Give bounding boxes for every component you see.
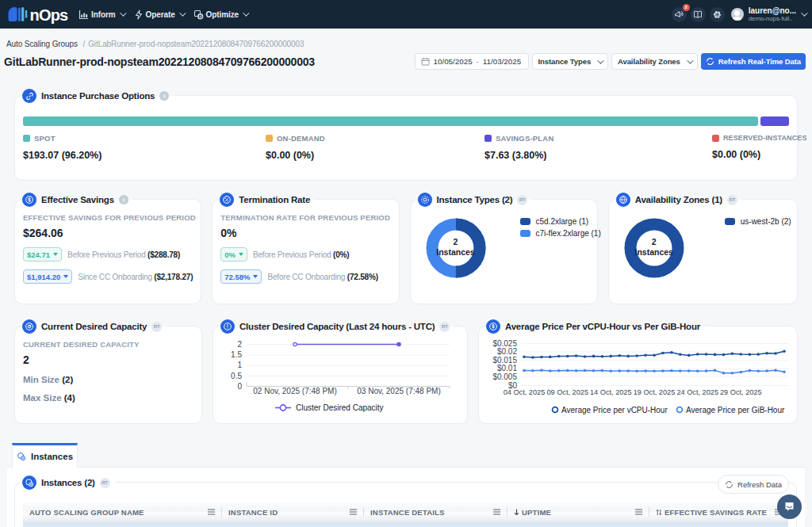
svg-text:$0.025: $0.025 (492, 339, 517, 348)
svg-text:2: 2 (237, 340, 242, 349)
svg-text:$0.02: $0.02 (497, 347, 517, 356)
svg-text:09 Oct, 2025: 09 Oct, 2025 (546, 388, 588, 396)
svg-text:0.5: 0.5 (231, 372, 242, 380)
svg-text:1.5: 1.5 (231, 350, 242, 359)
svg-text:$0.015: $0.015 (492, 356, 517, 365)
svg-text:Cluster Desired Capacity: Cluster Desired Capacity (296, 403, 384, 412)
svg-text:29 Oct, 2025: 29 Oct, 2025 (720, 388, 762, 396)
svg-text:24 Oct, 2025: 24 Oct, 2025 (676, 388, 718, 396)
svg-text:03 Nov, 2025 (7:48 PM): 03 Nov, 2025 (7:48 PM) (357, 387, 440, 395)
svg-text:Average Price per vCPU-Hour: Average Price per vCPU-Hour (561, 406, 668, 414)
svg-text:14 Oct, 2025: 14 Oct, 2025 (590, 388, 632, 396)
svg-text:nOps: nOps (30, 6, 69, 24)
svg-text:0: 0 (237, 382, 242, 391)
svg-text:02 Nov, 2025 (7:48 PM): 02 Nov, 2025 (7:48 PM) (253, 387, 336, 395)
svg-text:$0.005: $0.005 (492, 372, 517, 381)
svg-text:Average Price per GiB-Hour: Average Price per GiB-Hour (686, 406, 785, 414)
svg-text:$0.01: $0.01 (497, 364, 517, 372)
svg-text:19 Oct, 2025: 19 Oct, 2025 (634, 388, 676, 396)
svg-text:1: 1 (237, 361, 242, 369)
svg-text:04 Oct, 2025: 04 Oct, 2025 (504, 388, 546, 396)
